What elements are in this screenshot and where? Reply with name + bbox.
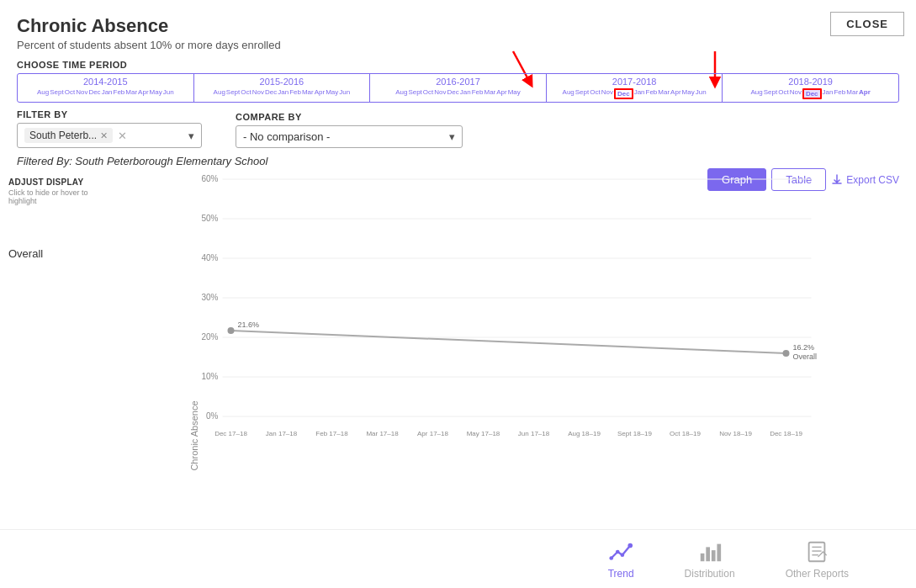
compare-by-group: COMPARE BY - No comparison - ▾ xyxy=(236,112,463,148)
svg-text:Jun 17–18: Jun 17–18 xyxy=(518,430,550,437)
distribution-label: Distribution xyxy=(685,568,735,580)
year-block-2015[interactable]: 2015-2016 AugSeptOctNovDec JanFebMarAprM… xyxy=(194,74,371,102)
page-subtitle: Percent of students absent 10% or more d… xyxy=(17,39,899,51)
svg-point-33 xyxy=(621,553,625,557)
filter-by-select[interactable]: South Peterb... ✕ ✕ ▾ xyxy=(17,123,202,148)
year-block-2014[interactable]: 2014-2015 AugSeptOctNovDec JanFebMarAprM… xyxy=(18,74,194,102)
bottom-nav: Trend Distribution Other Reports xyxy=(0,529,916,588)
svg-point-32 xyxy=(628,543,633,548)
svg-text:40%: 40% xyxy=(201,253,218,262)
filtered-by-text: Filtered By: South Peterborough Elementa… xyxy=(17,155,899,167)
filter-clear-icon[interactable]: ✕ xyxy=(118,130,127,142)
other-reports-label: Other Reports xyxy=(786,568,849,580)
year-block-2016[interactable]: 2016-2017 AugSeptOctNovDec JanFebMarAprM… xyxy=(370,74,547,102)
svg-rect-39 xyxy=(717,543,721,561)
svg-rect-36 xyxy=(700,553,704,560)
nav-trend[interactable]: Trend xyxy=(608,539,634,580)
svg-text:21.6%: 21.6% xyxy=(238,320,260,329)
svg-point-34 xyxy=(616,549,620,554)
svg-text:Mar 17–18: Mar 17–18 xyxy=(366,430,399,437)
page-title: Chronic Absence xyxy=(17,15,899,37)
svg-text:Jan 17–18: Jan 17–18 xyxy=(266,430,298,437)
adjust-display-panel: ADJUST DISPLAY Click to hide or hover to… xyxy=(8,171,109,482)
trend-label: Trend xyxy=(608,568,634,580)
svg-text:Dec 17–18: Dec 17–18 xyxy=(214,430,247,437)
trend-icon xyxy=(608,539,633,564)
svg-rect-38 xyxy=(711,550,715,561)
line-chart: Chronic Absence 60% 50% 40% 30% 20% 10% … xyxy=(109,171,908,457)
time-period-label: CHOOSE TIME PERIOD xyxy=(17,60,899,70)
adjust-display-title: ADJUST DISPLAY xyxy=(8,177,109,187)
compare-by-select[interactable]: - No comparison - ▾ xyxy=(236,125,463,148)
compare-value: - No comparison - xyxy=(243,130,330,143)
svg-text:30%: 30% xyxy=(201,293,218,302)
svg-text:Dec 18–19: Dec 18–19 xyxy=(770,430,802,437)
svg-text:May 17–18: May 17–18 xyxy=(467,430,500,437)
filter-tag: South Peterb... ✕ xyxy=(24,128,113,143)
overall-toggle[interactable]: Overall xyxy=(8,247,109,260)
other-reports-icon xyxy=(804,539,829,564)
nav-other-reports[interactable]: Other Reports xyxy=(786,539,849,580)
svg-text:Overall: Overall xyxy=(793,352,818,361)
filter-tag-value: South Peterb... xyxy=(29,130,97,141)
svg-text:Sept 18–19: Sept 18–19 xyxy=(617,430,652,437)
svg-point-27 xyxy=(228,327,235,334)
compare-dropdown-arrow[interactable]: ▾ xyxy=(449,130,455,143)
svg-text:Feb 17–18: Feb 17–18 xyxy=(315,430,348,437)
compare-by-label: COMPARE BY xyxy=(236,112,463,122)
svg-text:16.2%: 16.2% xyxy=(793,343,815,352)
svg-text:Oct 18–19: Oct 18–19 xyxy=(670,430,701,437)
svg-point-35 xyxy=(610,556,614,560)
svg-text:0%: 0% xyxy=(206,411,219,421)
svg-point-29 xyxy=(783,350,790,357)
svg-text:60%: 60% xyxy=(201,174,218,183)
filter-by-label: FILTER BY xyxy=(17,109,202,119)
svg-text:Apr 17–18: Apr 17–18 xyxy=(417,430,448,437)
filter-dropdown-arrow[interactable]: ▾ xyxy=(188,130,194,142)
svg-text:20%: 20% xyxy=(201,332,218,342)
y-axis-label: Chronic Absence xyxy=(189,400,199,470)
svg-text:Aug 18–19: Aug 18–19 xyxy=(568,430,601,437)
filter-tag-remove[interactable]: ✕ xyxy=(100,130,108,141)
svg-rect-37 xyxy=(706,547,710,561)
adjust-display-subtitle: Click to hide or hover to highlight xyxy=(8,188,109,205)
filter-by-group: FILTER BY South Peterb... ✕ ✕ ▾ xyxy=(17,109,202,148)
year-block-2017[interactable]: 2017-2018 AugSeptOctNov Dec JanFebMarApr… xyxy=(547,74,723,102)
svg-text:Nov 18–19: Nov 18–19 xyxy=(719,430,752,437)
distribution-icon xyxy=(697,539,723,564)
svg-line-26 xyxy=(231,331,786,353)
svg-text:10%: 10% xyxy=(201,372,218,381)
year-block-2018[interactable]: 2018-2019 AugSeptOctNov Dec JanFebMar Ap… xyxy=(723,74,898,102)
close-button[interactable]: CLOSE xyxy=(830,12,904,36)
nav-distribution[interactable]: Distribution xyxy=(685,539,735,580)
svg-text:50%: 50% xyxy=(201,214,218,223)
